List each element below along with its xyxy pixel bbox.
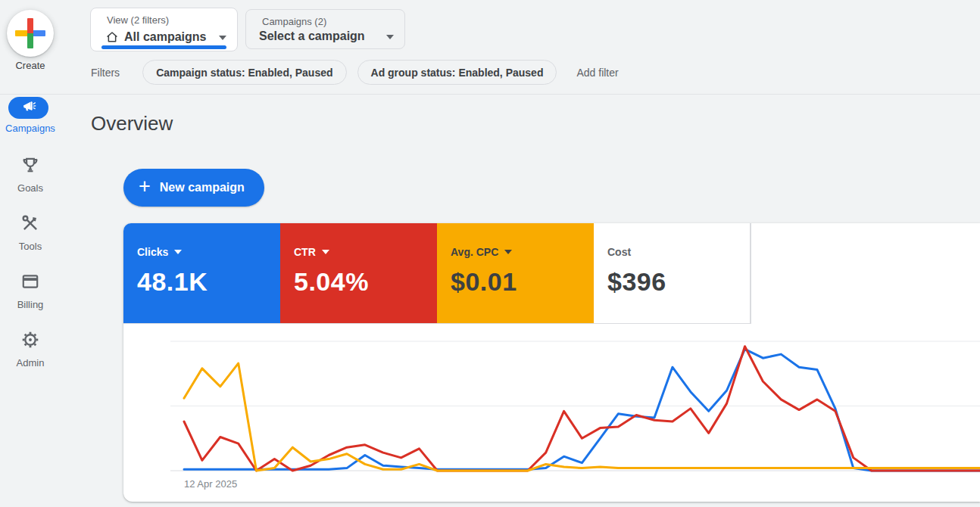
sidebar-item-goals[interactable]: Goals <box>0 155 61 194</box>
sidebar-item-campaigns-label[interactable]: Campaigns <box>0 123 61 134</box>
sidebar-item-tools[interactable]: Tools <box>0 213 61 252</box>
scorecard-value: 48.1K <box>137 267 280 297</box>
scorecards-row: Clicks 48.1K CTR 5.04% Avg. CPC $0.01 <box>123 223 980 324</box>
scorecard-avg-cpc[interactable]: Avg. CPC $0.01 <box>437 223 594 324</box>
active-view-indicator <box>101 45 226 49</box>
campaign-selector[interactable]: Campaigns (2) Select a campaign <box>245 9 405 49</box>
campaign-selector-label: Campaigns (2) <box>262 16 326 27</box>
chevron-down-icon <box>504 250 512 254</box>
view-selector-label: View (2 filters) <box>107 14 169 26</box>
new-campaign-button[interactable]: + New campaign <box>123 169 264 207</box>
gear-icon <box>20 330 40 353</box>
scorecard-label: CTR <box>294 246 316 258</box>
google-plus-icon <box>27 18 33 48</box>
chevron-down-icon <box>174 250 182 254</box>
scorecard-clicks[interactable]: Clicks 48.1K <box>123 223 280 324</box>
scorecard-value: $0.01 <box>451 267 594 297</box>
plus-icon: + <box>139 176 151 197</box>
chevron-down-icon <box>219 36 226 40</box>
performance-chart[interactable]: 12 Apr 2025 <box>123 324 980 502</box>
chevron-down-icon <box>386 35 394 39</box>
chevron-down-icon <box>322 250 329 254</box>
line-chart <box>123 324 980 502</box>
scorecard-label: Cost <box>607 246 631 258</box>
filter-chip-campaign-status[interactable]: Campaign status: Enabled, Paused <box>142 60 346 85</box>
create-label: Create <box>0 60 61 71</box>
campaign-selector-value: Select a campaign <box>259 30 365 43</box>
view-selector-value: All campaigns <box>124 30 206 44</box>
sidebar-item-billing[interactable]: Billing <box>0 272 61 310</box>
scorecard-label: Clicks <box>137 246 168 258</box>
filters-label: Filters <box>91 67 120 79</box>
credit-card-icon <box>20 272 40 294</box>
new-campaign-label: New campaign <box>160 181 245 194</box>
overview-card: Clicks 48.1K CTR 5.04% Avg. CPC $0.01 <box>123 223 980 502</box>
create-button[interactable] <box>7 10 54 57</box>
sidebar-item-campaigns[interactable] <box>8 97 48 119</box>
tools-icon <box>20 213 40 236</box>
x-axis-start-label: 12 Apr 2025 <box>184 478 237 490</box>
filters-bar: Filters Campaign status: Enabled, Paused… <box>91 60 619 85</box>
scorecard-cost[interactable]: Cost $396 <box>594 223 751 324</box>
trophy-icon <box>20 155 40 178</box>
google-ads-app: Create Campaigns <box>0 0 980 507</box>
scorecards-empty-slot <box>751 223 980 324</box>
header-divider <box>0 94 980 95</box>
sidebar-item-admin[interactable]: Admin <box>0 330 61 369</box>
add-filter-button[interactable]: Add filter <box>576 67 618 79</box>
scorecard-value: $396 <box>607 267 750 297</box>
megaphone-icon <box>21 99 36 117</box>
scorecard-ctr[interactable]: CTR 5.04% <box>280 223 437 324</box>
filter-chip-ad-group-status[interactable]: Ad group status: Enabled, Paused <box>357 60 557 85</box>
home-icon <box>105 30 119 44</box>
scorecard-label: Avg. CPC <box>451 246 498 258</box>
scorecard-value: 5.04% <box>294 267 437 297</box>
page-title: Overview <box>91 112 173 135</box>
view-selector[interactable]: View (2 filters) All campaigns <box>90 8 238 51</box>
